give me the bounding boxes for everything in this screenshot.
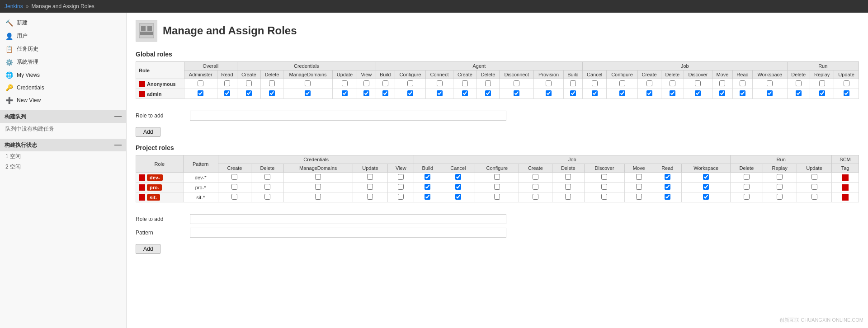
admin-agent-connect[interactable] bbox=[437, 90, 443, 96]
dev-job-discover[interactable] bbox=[601, 174, 607, 180]
admin-job-cancel[interactable] bbox=[592, 90, 598, 96]
sidebar-item-newview[interactable]: ➕ New View bbox=[0, 94, 126, 107]
sidebar-item-new[interactable]: 🔨 新建 bbox=[0, 16, 126, 29]
pro-run-replay[interactable] bbox=[777, 184, 783, 190]
admin-job-workspace[interactable] bbox=[767, 90, 773, 96]
anon-job-discover[interactable] bbox=[695, 80, 701, 86]
sit-job-configure[interactable] bbox=[494, 194, 500, 200]
build-queue-collapse[interactable]: — bbox=[114, 112, 122, 121]
dev-cred-create[interactable] bbox=[231, 174, 237, 180]
pro-scm-delete-icon[interactable] bbox=[842, 184, 849, 191]
sit-job-discover[interactable] bbox=[601, 194, 607, 200]
admin-job-delete[interactable] bbox=[670, 90, 675, 96]
pro-job-move[interactable] bbox=[636, 184, 642, 190]
anonymous-delete-icon[interactable] bbox=[139, 81, 145, 87]
anon-cred-delete[interactable] bbox=[269, 80, 275, 86]
sit-cred-delete[interactable] bbox=[264, 194, 270, 200]
sidebar-item-sysadmin[interactable]: ⚙️ 系统管理 bbox=[0, 56, 126, 69]
sidebar-item-users[interactable]: 👤 用户 bbox=[0, 29, 126, 42]
dev-job-read[interactable] bbox=[665, 174, 670, 180]
anon-run-update[interactable] bbox=[844, 80, 849, 86]
dev-job-cancel[interactable] bbox=[455, 174, 461, 180]
pro-cred-update[interactable] bbox=[367, 184, 373, 190]
admin-read[interactable] bbox=[224, 90, 230, 96]
admin-run-update[interactable] bbox=[844, 90, 849, 96]
dev-cred-delete[interactable] bbox=[264, 174, 270, 180]
sit-delete-icon[interactable] bbox=[139, 194, 145, 201]
anon-cred-managedomains[interactable] bbox=[305, 80, 311, 86]
admin-delete-icon[interactable] bbox=[139, 91, 145, 97]
build-executor-collapse[interactable]: — bbox=[114, 141, 122, 149]
sit-job-create[interactable] bbox=[533, 194, 538, 200]
anon-job-cancel[interactable] bbox=[592, 80, 598, 86]
anon-job-create[interactable] bbox=[646, 80, 652, 86]
anon-job-read[interactable] bbox=[740, 80, 745, 86]
sit-cred-create[interactable] bbox=[231, 194, 237, 200]
pro-job-build[interactable] bbox=[425, 184, 430, 190]
sit-run-replay[interactable] bbox=[777, 194, 783, 200]
dev-job-workspace[interactable] bbox=[703, 174, 709, 180]
admin-cred-managedomains[interactable] bbox=[305, 90, 311, 96]
sit-run-update[interactable] bbox=[811, 194, 817, 200]
anon-job-delete[interactable] bbox=[670, 80, 675, 86]
sit-job-read[interactable] bbox=[665, 194, 670, 200]
dev-run-update[interactable] bbox=[811, 174, 817, 180]
admin-agent-build[interactable] bbox=[382, 90, 388, 96]
dev-scm-delete-icon[interactable] bbox=[842, 174, 849, 181]
project-role-add-input[interactable] bbox=[190, 214, 506, 224]
dev-job-build[interactable] bbox=[425, 174, 430, 180]
anon-administer[interactable] bbox=[198, 80, 203, 86]
sidebar-item-credentials[interactable]: 🔑 Credentials bbox=[0, 81, 126, 94]
sit-run-delete[interactable] bbox=[744, 194, 750, 200]
anon-job-workspace[interactable] bbox=[767, 80, 773, 86]
admin-job-create[interactable] bbox=[646, 90, 652, 96]
dev-delete-icon[interactable] bbox=[139, 174, 145, 181]
dev-run-delete[interactable] bbox=[744, 174, 750, 180]
anon-agent-connect[interactable] bbox=[437, 80, 443, 86]
anon-agent-provision[interactable] bbox=[546, 80, 552, 86]
anon-job-build[interactable] bbox=[570, 80, 576, 86]
pro-cred-delete[interactable] bbox=[264, 184, 270, 190]
sidebar-item-myviews[interactable]: 🌐 My Views bbox=[0, 69, 126, 81]
dev-cred-view[interactable] bbox=[398, 174, 404, 180]
anon-run-delete[interactable] bbox=[796, 80, 802, 86]
pro-job-delete[interactable] bbox=[565, 184, 571, 190]
dev-job-move[interactable] bbox=[636, 174, 642, 180]
pro-job-cancel[interactable] bbox=[455, 184, 461, 190]
admin-run-replay[interactable] bbox=[819, 90, 825, 96]
project-pattern-input[interactable] bbox=[190, 228, 506, 238]
admin-cred-delete[interactable] bbox=[269, 90, 275, 96]
admin-agent-provision[interactable] bbox=[546, 90, 552, 96]
pro-cred-managedomains[interactable] bbox=[315, 184, 321, 190]
admin-cred-create[interactable] bbox=[246, 90, 252, 96]
sit-job-workspace[interactable] bbox=[703, 194, 709, 200]
dev-job-delete[interactable] bbox=[565, 174, 571, 180]
anon-job-move[interactable] bbox=[719, 80, 725, 86]
anon-agent-delete[interactable] bbox=[485, 80, 491, 86]
admin-cred-update[interactable] bbox=[342, 90, 348, 96]
anon-agent-configure[interactable] bbox=[407, 80, 413, 86]
dev-cred-update[interactable] bbox=[367, 174, 373, 180]
anon-read[interactable] bbox=[224, 80, 230, 86]
sit-job-move[interactable] bbox=[636, 194, 642, 200]
admin-job-discover[interactable] bbox=[695, 90, 701, 96]
global-role-add-input[interactable] bbox=[190, 111, 506, 121]
sit-cred-view[interactable] bbox=[398, 194, 404, 200]
sidebar-item-history[interactable]: 📋 任务历史 bbox=[0, 42, 126, 56]
admin-job-configure[interactable] bbox=[619, 90, 625, 96]
pro-cred-view[interactable] bbox=[398, 184, 404, 190]
pro-job-create[interactable] bbox=[533, 184, 538, 190]
breadcrumb-jenkins[interactable]: Jenkins bbox=[5, 3, 23, 9]
dev-run-replay[interactable] bbox=[777, 174, 783, 180]
sit-cred-update[interactable] bbox=[367, 194, 373, 200]
admin-agent-disconnect[interactable] bbox=[514, 90, 519, 96]
anon-agent-build[interactable] bbox=[382, 80, 388, 86]
anon-run-replay[interactable] bbox=[819, 80, 825, 86]
admin-job-build[interactable] bbox=[570, 90, 576, 96]
admin-administer[interactable] bbox=[198, 90, 203, 96]
admin-job-move[interactable] bbox=[719, 90, 725, 96]
pro-job-workspace[interactable] bbox=[703, 184, 709, 190]
sit-job-build[interactable] bbox=[425, 194, 430, 200]
pro-cred-create[interactable] bbox=[231, 184, 237, 190]
anon-job-configure[interactable] bbox=[619, 80, 625, 86]
